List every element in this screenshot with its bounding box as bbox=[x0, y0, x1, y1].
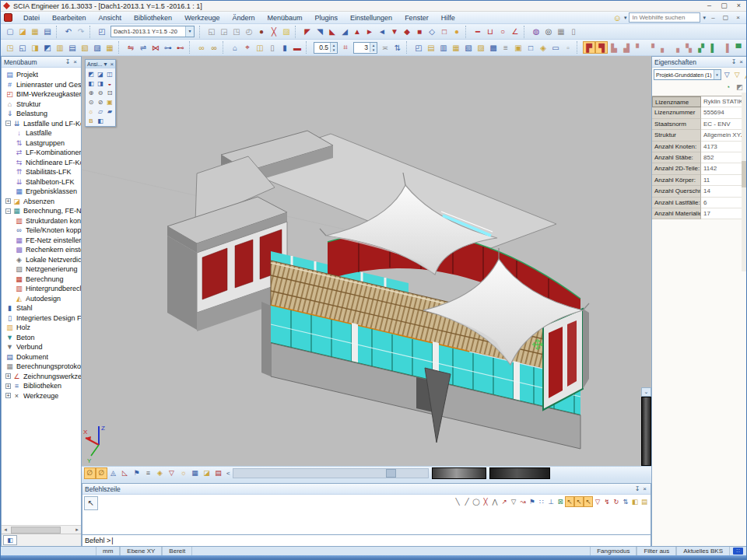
tree-expander[interactable]: + bbox=[5, 198, 11, 204]
tree-item[interactable]: ▦ Berechnungsprotokoll bbox=[2, 362, 81, 372]
toolbar-icon[interactable]: ∞ bbox=[195, 41, 208, 54]
mdi-restore-button[interactable]: ▢ bbox=[721, 14, 731, 21]
toolbar-icon[interactable]: ▛ bbox=[583, 41, 595, 54]
cursor-mode-button[interactable]: ↖ bbox=[84, 496, 98, 510]
menu-item[interactable]: Werkzeuge bbox=[178, 12, 226, 23]
snap-icon[interactable]: ◯ bbox=[472, 496, 481, 507]
tree-expander[interactable]: − bbox=[5, 208, 11, 214]
toolbar-icon[interactable]: ⌂ bbox=[229, 41, 241, 54]
tree-item[interactable]: ▦ FE-Netz einstellen bbox=[2, 236, 81, 246]
properties-tool-icon[interactable]: ◩ bbox=[735, 82, 745, 92]
toolbar-icon[interactable]: ▲ bbox=[351, 26, 363, 38]
tree-item[interactable]: ◰ BIM-Werkzeugkasten bbox=[2, 89, 81, 100]
tree-item[interactable]: ⌂ Struktur bbox=[2, 100, 81, 110]
palette-dropdown-icon[interactable]: ▾ bbox=[102, 61, 108, 68]
minimize-button[interactable]: – bbox=[702, 1, 717, 11]
toolbar-icon[interactable]: ▨ bbox=[475, 41, 487, 54]
toolbar-icon[interactable]: ≍ bbox=[379, 41, 391, 54]
tree-expander[interactable]: + bbox=[5, 373, 11, 379]
property-value[interactable]: 11 bbox=[701, 175, 747, 186]
menu-item[interactable]: Plugins bbox=[309, 12, 345, 23]
snap-icon[interactable]: ◧ bbox=[630, 496, 640, 507]
property-row[interactable]: Struktur Allgemein XYZ bbox=[652, 130, 747, 141]
toolbar-icon[interactable]: ○ bbox=[496, 26, 509, 38]
snap-icon[interactable]: ↝ bbox=[518, 496, 528, 507]
toolbar-icon[interactable]: ▌ bbox=[707, 41, 720, 54]
snap-icon[interactable]: ⊥ bbox=[546, 496, 556, 507]
toolbar-icon[interactable]: ◱ bbox=[16, 41, 29, 54]
bks-icon[interactable]: ∷ bbox=[733, 548, 743, 555]
property-value[interactable]: Allgemein XYZ bbox=[701, 130, 747, 141]
toolbar-icon[interactable]: ↶ bbox=[62, 26, 75, 38]
mdi-minimize-button[interactable]: – bbox=[708, 14, 718, 21]
tree-item[interactable]: ▼ Beton bbox=[2, 333, 81, 343]
view-option-icon[interactable]: ◬ bbox=[107, 467, 119, 479]
help-smiley-icon[interactable]: ☺ bbox=[613, 13, 622, 23]
tree-item[interactable]: ▤ Projekt bbox=[2, 70, 81, 80]
view-option-icon[interactable]: ▽ bbox=[166, 467, 177, 479]
view-option-icon[interactable]: ◈ bbox=[154, 467, 166, 479]
toolbar-icon[interactable]: ▘ bbox=[633, 41, 645, 54]
palette-close-icon[interactable]: × bbox=[108, 61, 115, 68]
status-segment[interactable]: Ebene XY bbox=[120, 547, 162, 555]
pin-icon[interactable]: ↧ bbox=[64, 58, 72, 65]
toolbar-icon[interactable]: ◢ bbox=[338, 26, 351, 38]
tree-expander[interactable]: + bbox=[5, 393, 11, 398]
toolbar-icon[interactable]: □ bbox=[438, 26, 451, 38]
tree-item[interactable]: ◈ Lokale Netzverdichtung bbox=[2, 255, 81, 265]
toolbar-icon[interactable]: ▞ bbox=[695, 41, 707, 54]
palette-icon[interactable]: ◩ bbox=[86, 69, 96, 79]
menu-item[interactable]: Ansicht bbox=[93, 12, 128, 23]
toolbar-icon[interactable]: ⋈ bbox=[149, 41, 162, 54]
palette-icon[interactable]: B bbox=[86, 116, 96, 125]
palette-icon[interactable]: ◧ bbox=[86, 79, 96, 88]
menu-tree-tab-icon[interactable]: ◧ bbox=[3, 535, 17, 545]
tree-expander[interactable]: + bbox=[5, 383, 11, 389]
palette-icon[interactable]: ⊖ bbox=[96, 88, 105, 97]
scroll-right-icon[interactable]: ▸ bbox=[73, 527, 81, 533]
tree-item[interactable]: ▥ Hintergrundberechnung bbox=[2, 284, 81, 294]
view-option-icon[interactable]: ◪ bbox=[201, 467, 212, 479]
snap-icon[interactable]: ↻ bbox=[612, 496, 621, 507]
snap-icon[interactable]: ↖ bbox=[584, 496, 593, 507]
view-option-icon[interactable]: ∅ bbox=[96, 467, 107, 479]
tree-item[interactable]: ▯ Integriertes Design Forms bbox=[2, 313, 81, 324]
palette-icon[interactable]: ▰ bbox=[105, 107, 114, 116]
menu-item[interactable]: Bearbeiten bbox=[46, 12, 93, 23]
toolbar-icon[interactable]: ◤ bbox=[301, 26, 314, 38]
toolbar-icon[interactable]: ▥ bbox=[54, 41, 66, 54]
close-icon[interactable]: × bbox=[641, 485, 648, 492]
tree-item[interactable]: # Linienraster und Geschosse bbox=[2, 80, 81, 90]
property-value[interactable]: 17 bbox=[701, 208, 747, 219]
snap-icon[interactable]: ╳ bbox=[481, 496, 490, 507]
search-dropdown-icon[interactable]: ▾ bbox=[703, 15, 706, 21]
viewport-scroll-down-icon[interactable]: ⌄ bbox=[641, 387, 651, 397]
palette-icon[interactable]: ☼ bbox=[86, 107, 96, 116]
snap-icon[interactable]: ▤ bbox=[640, 496, 649, 507]
toolbar-icon[interactable]: ▯ bbox=[567, 26, 580, 38]
toolbar-icon[interactable]: ◥ bbox=[314, 26, 326, 38]
toolbar-icon[interactable]: ▧ bbox=[79, 41, 91, 54]
property-value[interactable]: Ryklin STATIK bbox=[701, 96, 747, 107]
snap-icon[interactable]: ⋀ bbox=[490, 496, 500, 507]
toolbar-icon[interactable]: ∠ bbox=[509, 26, 521, 38]
snap-icon[interactable]: ▽ bbox=[593, 496, 602, 507]
toolbar-icon[interactable]: ⊔ bbox=[484, 26, 496, 38]
tree-item[interactable]: ▩ Rechenkern einstellen bbox=[2, 245, 81, 255]
command-input[interactable]: Befehl > | bbox=[82, 534, 651, 546]
palette-icon[interactable]: ◒ bbox=[105, 79, 114, 88]
view-option-icon[interactable]: ⚑ bbox=[131, 467, 142, 479]
help-dropdown-icon[interactable]: ▾ bbox=[624, 15, 627, 21]
view-option-icon[interactable]: ≡ bbox=[142, 467, 154, 479]
tree-item[interactable]: ▦ Berechnung bbox=[2, 275, 81, 285]
toolbar-icon[interactable]: ◳ bbox=[4, 41, 16, 54]
toolbar-icon[interactable]: ≡ bbox=[500, 41, 512, 54]
toolbar-icon[interactable]: ▮ bbox=[279, 41, 291, 54]
palette-icon[interactable]: ▣ bbox=[105, 97, 114, 107]
menu-item[interactable]: Menübaum bbox=[261, 12, 309, 23]
toolbar-icon[interactable]: ▭ bbox=[549, 41, 562, 54]
toolbar-icon[interactable]: ▟ bbox=[620, 41, 633, 54]
grid-step-icon[interactable]: ⌗ bbox=[339, 41, 352, 54]
view-option-icon[interactable]: ☼ bbox=[177, 467, 189, 479]
snap-icon[interactable]: ╲ bbox=[453, 496, 462, 507]
